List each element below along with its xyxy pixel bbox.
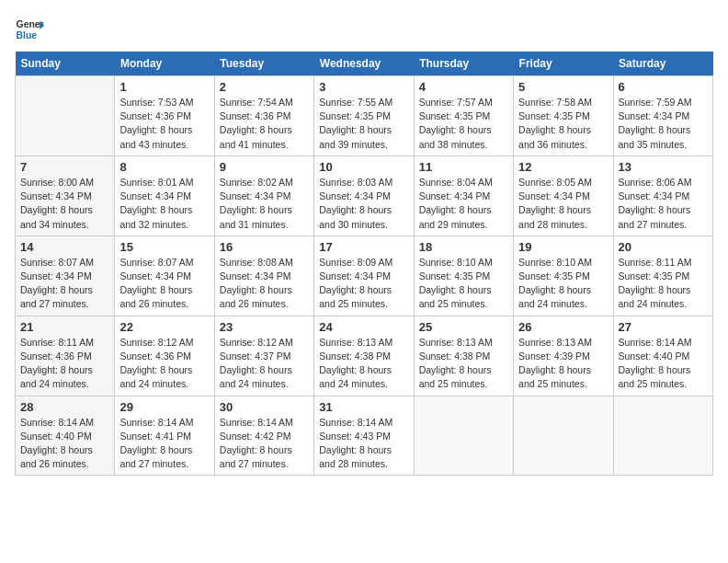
day-number: 11 — [419, 160, 508, 174]
calendar-cell: 11Sunrise: 8:04 AMSunset: 4:34 PMDayligh… — [414, 155, 513, 236]
calendar-cell: 31Sunrise: 8:14 AMSunset: 4:43 PMDayligh… — [314, 396, 414, 476]
calendar-cell: 17Sunrise: 8:09 AMSunset: 4:34 PMDayligh… — [314, 236, 414, 316]
day-number: 4 — [419, 80, 508, 94]
calendar-cell: 19Sunrise: 8:10 AMSunset: 4:35 PMDayligh… — [514, 236, 613, 316]
calendar-cell: 6Sunrise: 7:59 AMSunset: 4:34 PMDaylight… — [613, 76, 712, 156]
col-thursday: Thursday — [414, 52, 513, 76]
calendar-cell: 20Sunrise: 8:11 AMSunset: 4:35 PMDayligh… — [613, 236, 712, 316]
calendar-cell: 22Sunrise: 8:12 AMSunset: 4:36 PMDayligh… — [115, 316, 214, 396]
col-wednesday: Wednesday — [314, 52, 414, 76]
calendar-cell: 2Sunrise: 7:54 AMSunset: 4:36 PMDaylight… — [214, 76, 313, 156]
calendar-cell: 9Sunrise: 8:02 AMSunset: 4:34 PMDaylight… — [214, 155, 313, 236]
day-info: Sunrise: 8:14 AMSunset: 4:42 PMDaylight:… — [220, 416, 309, 472]
calendar-row: 21Sunrise: 8:11 AMSunset: 4:36 PMDayligh… — [16, 316, 713, 396]
svg-text:Blue: Blue — [17, 30, 38, 40]
day-number: 17 — [319, 240, 408, 254]
calendar-row: 14Sunrise: 8:07 AMSunset: 4:34 PMDayligh… — [16, 236, 713, 316]
calendar-cell — [16, 76, 115, 156]
calendar-cell: 25Sunrise: 8:13 AMSunset: 4:38 PMDayligh… — [414, 316, 513, 396]
day-info: Sunrise: 7:55 AMSunset: 4:35 PMDaylight:… — [319, 96, 408, 152]
day-number: 28 — [20, 400, 109, 414]
day-number: 13 — [619, 160, 708, 174]
calendar-table: Sunday Monday Tuesday Wednesday Thursday… — [15, 52, 713, 476]
calendar-cell: 24Sunrise: 8:13 AMSunset: 4:38 PMDayligh… — [314, 316, 414, 396]
calendar-cell: 21Sunrise: 8:11 AMSunset: 4:36 PMDayligh… — [16, 316, 115, 396]
day-info: Sunrise: 8:12 AMSunset: 4:36 PMDaylight:… — [119, 336, 209, 392]
day-number: 6 — [619, 80, 708, 94]
calendar-cell: 30Sunrise: 8:14 AMSunset: 4:42 PMDayligh… — [214, 396, 313, 476]
calendar-cell — [514, 396, 613, 476]
day-number: 15 — [119, 240, 209, 254]
day-info: Sunrise: 8:11 AMSunset: 4:36 PMDaylight:… — [20, 336, 109, 392]
day-info: Sunrise: 8:07 AMSunset: 4:34 PMDaylight:… — [20, 256, 109, 312]
calendar-row: 1Sunrise: 7:53 AMSunset: 4:36 PMDaylight… — [16, 76, 713, 156]
day-info: Sunrise: 8:13 AMSunset: 4:38 PMDaylight:… — [419, 336, 508, 392]
calendar-cell: 16Sunrise: 8:08 AMSunset: 4:34 PMDayligh… — [214, 236, 313, 316]
calendar-row: 7Sunrise: 8:00 AMSunset: 4:34 PMDaylight… — [16, 155, 713, 236]
calendar-cell: 5Sunrise: 7:58 AMSunset: 4:35 PMDaylight… — [514, 76, 613, 156]
logo: General Blue — [15, 15, 44, 44]
day-info: Sunrise: 8:09 AMSunset: 4:34 PMDaylight:… — [319, 256, 408, 312]
calendar-cell: 15Sunrise: 8:07 AMSunset: 4:34 PMDayligh… — [115, 236, 214, 316]
day-number: 3 — [319, 80, 408, 94]
day-number: 10 — [319, 160, 408, 174]
col-friday: Friday — [514, 52, 613, 76]
calendar-cell: 23Sunrise: 8:12 AMSunset: 4:37 PMDayligh… — [214, 316, 313, 396]
calendar-cell: 4Sunrise: 7:57 AMSunset: 4:35 PMDaylight… — [414, 76, 513, 156]
day-number: 1 — [119, 80, 209, 94]
page-header: General Blue — [15, 15, 713, 44]
calendar-cell — [613, 396, 712, 476]
day-info: Sunrise: 8:05 AMSunset: 4:34 PMDaylight:… — [518, 176, 608, 232]
day-info: Sunrise: 7:58 AMSunset: 4:35 PMDaylight:… — [518, 96, 608, 152]
day-number: 12 — [518, 160, 608, 174]
day-info: Sunrise: 8:14 AMSunset: 4:43 PMDaylight:… — [319, 416, 408, 472]
calendar-cell: 26Sunrise: 8:13 AMSunset: 4:39 PMDayligh… — [514, 316, 613, 396]
calendar-cell: 13Sunrise: 8:06 AMSunset: 4:34 PMDayligh… — [613, 155, 712, 236]
day-number: 26 — [518, 320, 608, 334]
day-info: Sunrise: 8:13 AMSunset: 4:39 PMDaylight:… — [518, 336, 608, 392]
day-number: 25 — [419, 320, 508, 334]
day-number: 29 — [119, 400, 209, 414]
calendar-cell: 28Sunrise: 8:14 AMSunset: 4:40 PMDayligh… — [16, 396, 115, 476]
calendar-cell: 12Sunrise: 8:05 AMSunset: 4:34 PMDayligh… — [514, 155, 613, 236]
day-info: Sunrise: 8:08 AMSunset: 4:34 PMDaylight:… — [220, 256, 309, 312]
calendar-cell: 14Sunrise: 8:07 AMSunset: 4:34 PMDayligh… — [16, 236, 115, 316]
day-info: Sunrise: 8:14 AMSunset: 4:40 PMDaylight:… — [20, 416, 109, 472]
calendar-cell: 10Sunrise: 8:03 AMSunset: 4:34 PMDayligh… — [314, 155, 414, 236]
calendar-row: 28Sunrise: 8:14 AMSunset: 4:40 PMDayligh… — [16, 396, 713, 476]
header-row: Sunday Monday Tuesday Wednesday Thursday… — [16, 52, 713, 76]
calendar-cell: 7Sunrise: 8:00 AMSunset: 4:34 PMDaylight… — [16, 155, 115, 236]
calendar-cell: 27Sunrise: 8:14 AMSunset: 4:40 PMDayligh… — [613, 316, 712, 396]
day-info: Sunrise: 7:57 AMSunset: 4:35 PMDaylight:… — [419, 96, 508, 152]
day-info: Sunrise: 8:07 AMSunset: 4:34 PMDaylight:… — [119, 256, 209, 312]
day-info: Sunrise: 8:04 AMSunset: 4:34 PMDaylight:… — [419, 176, 508, 232]
day-number: 23 — [220, 320, 309, 334]
day-info: Sunrise: 8:12 AMSunset: 4:37 PMDaylight:… — [220, 336, 309, 392]
calendar-cell: 3Sunrise: 7:55 AMSunset: 4:35 PMDaylight… — [314, 76, 414, 156]
day-info: Sunrise: 8:11 AMSunset: 4:35 PMDaylight:… — [619, 256, 708, 312]
day-number: 27 — [619, 320, 708, 334]
day-number: 7 — [20, 160, 109, 174]
day-info: Sunrise: 8:10 AMSunset: 4:35 PMDaylight:… — [419, 256, 508, 312]
day-info: Sunrise: 8:14 AMSunset: 4:41 PMDaylight:… — [119, 416, 209, 472]
calendar-cell: 8Sunrise: 8:01 AMSunset: 4:34 PMDaylight… — [115, 155, 214, 236]
day-number: 2 — [220, 80, 309, 94]
day-info: Sunrise: 8:03 AMSunset: 4:34 PMDaylight:… — [319, 176, 408, 232]
calendar-cell: 29Sunrise: 8:14 AMSunset: 4:41 PMDayligh… — [115, 396, 214, 476]
day-info: Sunrise: 8:02 AMSunset: 4:34 PMDaylight:… — [220, 176, 309, 232]
day-info: Sunrise: 8:01 AMSunset: 4:34 PMDaylight:… — [119, 176, 209, 232]
day-number: 21 — [20, 320, 109, 334]
day-info: Sunrise: 8:10 AMSunset: 4:35 PMDaylight:… — [518, 256, 608, 312]
col-monday: Monday — [115, 52, 214, 76]
logo-icon: General Blue — [15, 15, 44, 44]
calendar-cell: 18Sunrise: 8:10 AMSunset: 4:35 PMDayligh… — [414, 236, 513, 316]
day-info: Sunrise: 7:59 AMSunset: 4:34 PMDaylight:… — [619, 96, 708, 152]
day-number: 5 — [518, 80, 608, 94]
day-number: 22 — [119, 320, 209, 334]
day-info: Sunrise: 8:06 AMSunset: 4:34 PMDaylight:… — [619, 176, 708, 232]
calendar-cell: 1Sunrise: 7:53 AMSunset: 4:36 PMDaylight… — [115, 76, 214, 156]
col-sunday: Sunday — [16, 52, 115, 76]
calendar-cell — [414, 396, 513, 476]
day-number: 8 — [119, 160, 209, 174]
day-number: 30 — [220, 400, 309, 414]
